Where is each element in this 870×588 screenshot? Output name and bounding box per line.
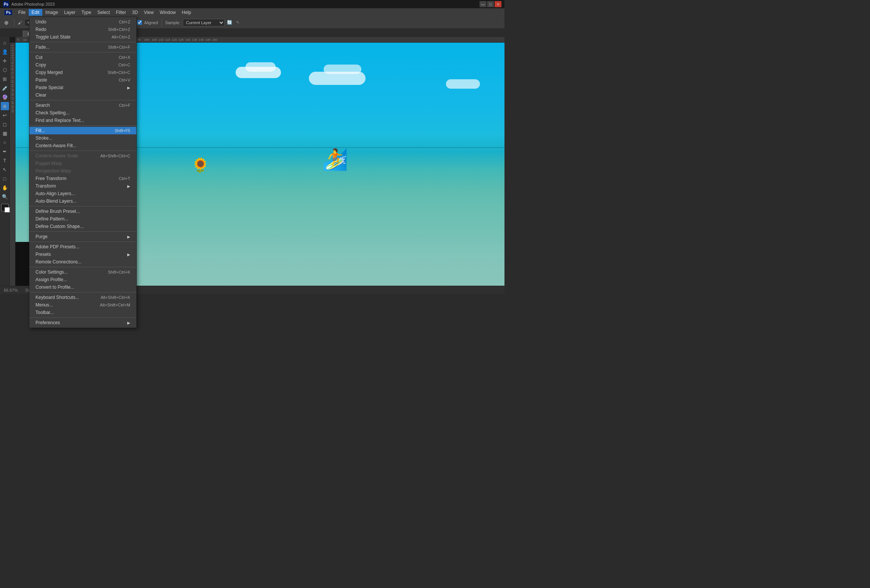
menu-item-remote-connections---[interactable]: Remote Connections... <box>29 258 136 266</box>
menu-item-define-pattern---[interactable]: Define Pattern... <box>29 215 136 223</box>
eraser-tool[interactable]: ◻ <box>1 120 9 128</box>
menu-item-label: Presets <box>35 252 124 257</box>
menu-file[interactable]: File <box>15 9 28 16</box>
menu-view[interactable]: View <box>141 9 157 16</box>
menu-item-label: Convert to Profile... <box>35 285 130 290</box>
crop-tool[interactable]: ⊞ <box>1 75 9 83</box>
menu-item-define-brush-preset---[interactable]: Define Brush Preset... <box>29 208 136 215</box>
menu-image[interactable]: Image <box>42 9 61 16</box>
menu-item-convert-to-profile---[interactable]: Convert to Profile... <box>29 283 136 291</box>
menu-item-stroke---[interactable]: Stroke... <box>29 134 136 142</box>
clone-stamp-tool[interactable]: ⊕ <box>1 102 9 110</box>
menu-item-copy-merged[interactable]: Copy MergedShift+Ctrl+C <box>29 69 136 76</box>
history-brush-tool[interactable]: ↩ <box>1 111 9 119</box>
menu-item-label: Remote Connections... <box>35 259 130 265</box>
pen-tool[interactable]: ✒ <box>1 147 9 155</box>
menu-item-presets[interactable]: Presets▶ <box>29 251 136 258</box>
cloud-5 <box>446 79 480 89</box>
menu-separator-28 <box>29 206 136 206</box>
menu-item-label: Redo <box>35 27 100 32</box>
move-tool[interactable]: ✛ <box>1 57 9 65</box>
menu-separator-12 <box>29 100 136 100</box>
menu-item-label: Content-Aware Fill... <box>35 143 130 148</box>
menu-item-shortcut: Ctrl+F <box>119 103 130 108</box>
menu-item-label: Auto-Blend Layers... <box>35 199 130 204</box>
menu-item-label: Clear <box>35 92 130 98</box>
menu-item-paste[interactable]: PasteCtrl+V <box>29 76 136 84</box>
menu-item-color-settings---[interactable]: Color Settings...Shift+Ctrl+K <box>29 268 136 276</box>
avatar-tool[interactable]: 👤 <box>1 48 9 56</box>
menu-item-clear[interactable]: Clear <box>29 91 136 99</box>
foreground-color[interactable] <box>1 204 9 211</box>
title-bar-left: Ps Adobe Photoshop 2023 <box>3 1 55 7</box>
close-button[interactable]: ✕ <box>495 1 501 7</box>
menu-separator-5 <box>29 52 136 52</box>
menu-filter[interactable]: Filter <box>113 9 129 16</box>
menu-item-assign-profile---[interactable]: Assign Profile... <box>29 276 136 283</box>
menu-item-label: Auto-Align Layers... <box>35 191 130 196</box>
menu-layer[interactable]: Layer <box>61 9 79 16</box>
lasso-tool[interactable]: ⬡ <box>1 66 9 74</box>
menu-item-transform[interactable]: Transform▶ <box>29 182 136 190</box>
menu-item-purge[interactable]: Purge▶ <box>29 233 136 240</box>
spot-heal-tool[interactable]: 🔮 <box>1 93 9 101</box>
eyedropper-tool[interactable]: 💉 <box>1 84 9 92</box>
menu-item-adobe-pdf-presets---[interactable]: Adobe PDF Presets... <box>29 243 136 251</box>
menu-item-puppet-warp: Puppet Warp <box>29 160 136 167</box>
menu-item-auto-align-layers---[interactable]: Auto-Align Layers... <box>29 190 136 197</box>
title-bar: Ps Adobe Photoshop 2023 — □ ✕ <box>0 0 504 8</box>
menu-item-redo[interactable]: RedoShift+Ctrl+Z <box>29 26 136 33</box>
home-tool[interactable]: ⌂ <box>1 38 9 47</box>
menu-item-fade---[interactable]: Fade...Shift+Ctrl+F <box>29 43 136 51</box>
menu-item-fill---[interactable]: Fill...Shift+F5 <box>29 127 136 134</box>
menu-item-label: Transform <box>35 183 124 189</box>
menu-separator-3 <box>29 42 136 42</box>
zoom-tool[interactable]: 🔍 <box>1 192 9 201</box>
menu-item-label: Define Custom Shape... <box>35 224 130 229</box>
type-tool[interactable]: T <box>1 156 9 165</box>
menu-item-check-spelling---[interactable]: Check Spelling... <box>29 109 136 117</box>
menu-item-auto-blend-layers---[interactable]: Auto-Blend Layers... <box>29 197 136 205</box>
maximize-button[interactable]: □ <box>487 1 494 7</box>
menu-item-define-custom-shape---[interactable]: Define Custom Shape... <box>29 223 136 230</box>
shape-tool[interactable]: □ <box>1 174 9 183</box>
minimize-button[interactable]: — <box>480 1 486 7</box>
aligned-checkbox[interactable] <box>137 20 142 25</box>
edit-menu-dropdown: UndoCtrl+ZRedoShift+Ctrl+ZToggle Last St… <box>29 17 137 294</box>
menu-item-undo[interactable]: UndoCtrl+Z <box>29 18 136 26</box>
menu-item-copy[interactable]: CopyCtrl+C <box>29 61 136 69</box>
menu-type[interactable]: Type <box>79 9 94 16</box>
menu-item-label: Free Transform <box>35 176 111 181</box>
tool-sidebar: ⌂ 👤 ✛ ⬡ ⊞ 💉 🔮 ⊕ ↩ ◻ ▦ ○ ✒ T ↖ □ ✋ 🔍 <box>0 37 10 286</box>
menu-item-search[interactable]: SearchCtrl+F <box>29 102 136 109</box>
sunflower-2: 🌻 <box>191 157 209 174</box>
menu-3d[interactable]: 3D <box>129 9 141 16</box>
hand-tool[interactable]: ✋ <box>1 183 9 192</box>
menu-item-label: Content-Aware Scale <box>35 153 93 159</box>
submenu-arrow-icon: ▶ <box>127 184 130 188</box>
menu-select[interactable]: Select <box>94 9 113 16</box>
path-select-tool[interactable]: ↖ <box>1 165 9 174</box>
menu-edit[interactable]: Edit <box>29 9 43 16</box>
aligned-label: Aligned <box>144 20 158 25</box>
menu-item-paste-special[interactable]: Paste Special▶ <box>29 84 136 91</box>
menu-help[interactable]: Help <box>179 9 194 16</box>
title-bar-title: Adobe Photoshop 2023 <box>11 2 55 6</box>
menu-item-shortcut: Ctrl+C <box>119 63 130 67</box>
menu-item-content-aware-fill---[interactable]: Content-Aware Fill... <box>29 142 136 149</box>
menu-ps[interactable]: Ps <box>2 9 15 16</box>
menu-item-toggle-last-state[interactable]: Toggle Last StateAlt+Ctrl+Z <box>29 33 136 41</box>
dodge-tool[interactable]: ○ <box>1 138 9 146</box>
gradient-tool[interactable]: ▦ <box>1 129 9 137</box>
cloud-2 <box>245 62 276 72</box>
menu-item-find-and-replace-text---[interactable]: Find and Replace Text... <box>29 117 136 124</box>
menu-separator-42 <box>29 292 136 292</box>
menu-separator-32 <box>29 231 136 232</box>
sample-dropdown[interactable]: Current Layer All Layers Current & Below <box>183 19 225 26</box>
menu-item-keyboard-shortcuts---[interactable]: Keyboard Shortcuts...Alt+Shift+Ctrl+K <box>29 294 136 294</box>
menu-window[interactable]: Window <box>157 9 179 16</box>
submenu-arrow-icon: ▶ <box>127 252 130 257</box>
menu-item-free-transform[interactable]: Free TransformCtrl+T <box>29 175 136 182</box>
menu-item-cut[interactable]: CutCtrl+X <box>29 54 136 61</box>
menu-item-label: Stroke... <box>35 135 130 141</box>
